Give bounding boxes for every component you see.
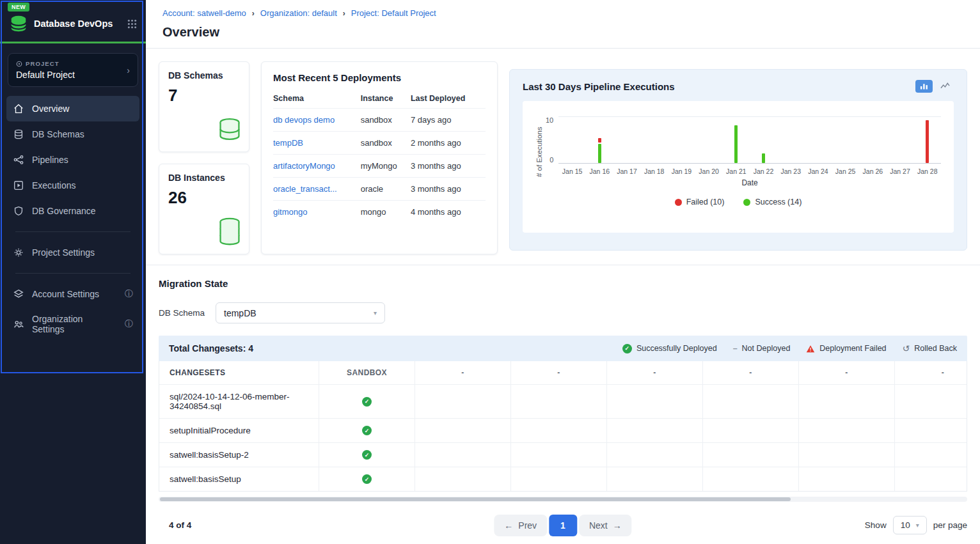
legend-rolled-back: ↺ Rolled Back [903,344,957,353]
db-instances-count: 26 [168,188,240,208]
chart-plot-area: # of Executions 10 0 Jan 15Jan 16Jan 17J… [523,101,954,233]
db-schema-select[interactable]: tempDB ▾ [216,302,385,323]
main-content: Account: satwell-demo › Organization: de… [146,0,980,544]
page-title: Overview [162,25,963,40]
sidebar-item-account-settings[interactable]: Account Settings ⓘ [6,281,139,307]
chart-bar-slot-jan-19 [668,117,695,163]
legend-label: Successfully Deployed [636,344,717,353]
db-schemas-card[interactable]: DB Schemas 7 [159,61,249,152]
chevron-down-icon: ▾ [374,309,377,316]
schema-link[interactable]: db devops demo [273,115,335,125]
breadcrumb-organization-link[interactable]: Organization: default [260,8,337,18]
chart-bar-slot-jan-23 [777,117,805,163]
x-tick-label: Jan 19 [668,164,695,175]
bar-success [762,153,765,163]
play-square-icon [13,180,24,191]
apps-grid-icon[interactable] [127,19,137,29]
x-tick-label: Jan 20 [695,164,723,175]
line-chart-toggle[interactable] [937,80,954,93]
changeset-name: setupInitialProcedure [159,419,319,442]
chart-legend: Failed (10)Success (14) [535,198,941,206]
sidebar-item-project-settings[interactable]: Project Settings [6,240,139,265]
page-1-button[interactable]: 1 [549,515,577,536]
info-icon[interactable]: ⓘ [125,318,133,330]
sidebar-item-organization-settings[interactable]: Organization Settings ⓘ [6,307,139,341]
legend-series-label: Success (14) [755,198,802,206]
sidebar-item-label: Organization Settings [32,314,117,334]
empty-cell [511,419,607,442]
rollback-arrow-icon: ↺ [903,344,910,353]
breadcrumb-separator: › [343,9,345,18]
pager-controls: ← Prev 1 Next → [494,515,631,536]
next-page-button[interactable]: Next → [579,515,632,536]
table-row: oracle_transact... oracle 3 months ago [273,178,486,201]
schema-link[interactable]: oracle_transact... [273,184,337,194]
sidebar-item-label: Project Settings [32,247,95,258]
schema-link[interactable]: tempDB [273,138,303,148]
changeset-name: satwell:basisSetup [159,467,319,491]
column-header-empty: - [895,361,967,384]
breadcrumb-separator: › [252,9,255,18]
bar-stack [734,125,738,163]
empty-cell [703,467,799,491]
sidebar-item-db-schemas[interactable]: DB Schemas [6,121,139,147]
bar-stack [762,153,765,163]
x-tick-label: Jan 15 [558,164,586,175]
changeset-name: satwell:basisSetup-2 [159,443,319,467]
sidebar-item-db-governance[interactable]: DB Governance [6,198,139,224]
empty-cell [607,419,703,442]
db-instances-card[interactable]: DB Instances 26 [159,164,249,254]
sidebar-item-executions[interactable]: Executions [6,173,139,198]
per-page-label: per page [933,520,967,530]
sidebar-item-overview[interactable]: Overview [6,96,139,121]
sidebar-item-pipelines[interactable]: Pipelines [6,147,139,173]
project-selector[interactable]: PROJECT Default Project › [8,53,138,87]
bar-chart-toggle[interactable] [915,80,933,93]
db-schema-selected-value: tempDB [224,308,257,318]
info-icon[interactable]: ⓘ [125,288,133,300]
chart-x-ticks: Jan 15Jan 16Jan 17Jan 18Jan 19Jan 20Jan … [558,164,941,175]
x-tick-label: Jan 17 [613,164,641,175]
database-icon [13,128,24,140]
sidebar-item-label: Overview [32,104,69,114]
horizontal-scrollbar[interactable] [159,497,967,502]
changesets-header-row: CHANGESETS SANDBOX - - - - - - [159,361,967,385]
x-axis-label: Date [558,178,941,187]
schema-link[interactable]: gitmongo [273,207,307,217]
breadcrumb-account-link[interactable]: Account: satwell-demo [162,8,246,18]
schema-link[interactable]: artifactoryMongo [273,161,335,171]
y-axis-block: # of Executions 10 0 [535,116,558,187]
sandbox-status-cell [319,443,415,467]
success-check-icon [362,397,372,407]
sandbox-status-cell [319,419,415,442]
project-eyebrow-label: PROJECT [26,60,59,67]
section-divider [146,265,980,265]
scrollbar-thumb[interactable] [160,497,791,501]
instance-cell: mongo [361,201,411,224]
recent-deployments-table: Schema Instance Last Deployed db devops … [273,88,486,223]
chart-bar-slot-jan-18 [640,117,668,163]
changeset-row: sql/2024-10-14-12-06-member-34240854.sql [159,385,967,419]
chart-bar-slot-jan-27 [887,117,914,163]
chart-bar-slot-jan-21 [722,117,750,163]
chart-bar-slot-jan-15 [558,117,586,163]
column-header-empty: - [511,361,607,384]
pipeline-executions-card: Last 30 Days Pipeline Executions # of Ex [509,69,967,251]
row-count-label: 4 of 4 [169,520,191,530]
breadcrumb-project-link[interactable]: Project: Default Project [351,8,436,18]
empty-cell [415,385,511,418]
instance-cell: myMongo [361,155,411,178]
chart-legend-item: Failed (10) [675,198,725,206]
pipeline-branch-icon [13,154,24,166]
dash-icon: – [733,344,738,353]
column-header-changesets: CHANGESETS [159,361,319,384]
empty-cell [703,443,799,467]
chart-bar-slot-jan-22 [750,117,777,163]
prev-page-button[interactable]: ← Prev [494,515,547,536]
prev-label: Prev [518,520,537,531]
pagination-row: 4 of 4 ← Prev 1 Next → Show 10 ▾ per pag… [159,516,967,534]
chart-title: Last 30 Days Pipeline Executions [523,81,675,92]
per-page-select[interactable]: 10 ▾ [893,516,927,534]
per-page-controls: Show 10 ▾ per page [865,516,967,534]
bar-success [598,144,601,163]
